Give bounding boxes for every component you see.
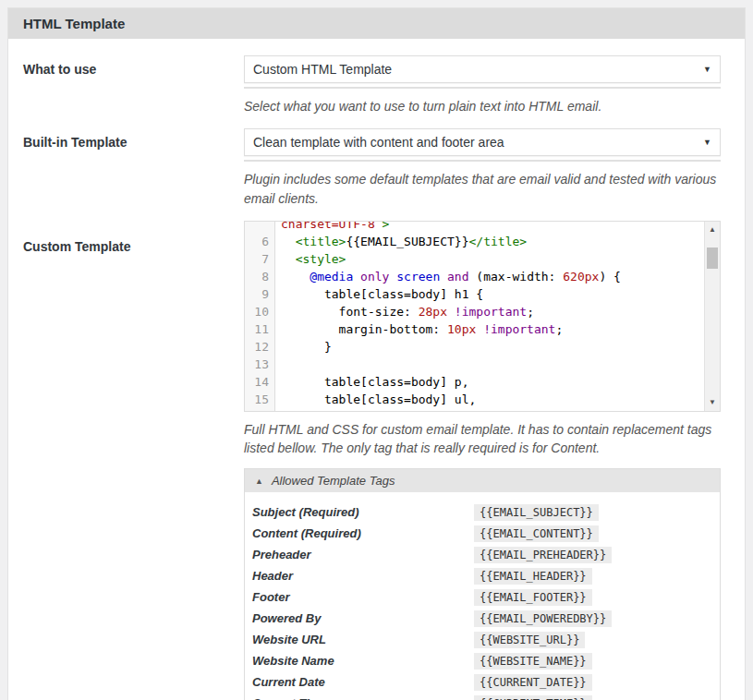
template-tag-code: {{CURRENT_TIME}} [474, 695, 592, 700]
builtin-template-select[interactable]: Clean template with content and footer a… [244, 128, 721, 156]
builtin-template-label: Built-in Template [23, 128, 244, 208]
template-tag-row: Footer{{EMAIL_FOOTER}} [252, 586, 712, 608]
template-tag-row: Current Date{{CURRENT_DATE}} [252, 671, 712, 693]
code-line: 11 margin-bottom: 10px !important; [245, 320, 720, 338]
line-number: 9 [245, 285, 275, 303]
line-number: 16 [245, 408, 275, 412]
template-tag-label: Current Time [252, 696, 474, 700]
custom-template-label: Custom Template [23, 221, 244, 700]
line-number: 10 [245, 303, 275, 320]
template-tag-code: {{EMAIL_PREHEADER}} [474, 547, 612, 563]
template-tag-code: {{EMAIL_SUBJECT}} [474, 504, 599, 521]
code-line: 10 font-size: 28px !important; [245, 303, 720, 320]
code-text: } [275, 338, 332, 356]
code-line: 16 table[class=body] ol, [245, 408, 720, 412]
select-underline [244, 87, 721, 89]
template-tag-row: Content (Required){{EMAIL_CONTENT}} [252, 523, 712, 544]
collapse-icon: ▲ [255, 477, 263, 486]
template-tag-code: {{EMAIL_CONTENT}} [474, 525, 599, 542]
what-to-use-label: What to use [23, 55, 244, 115]
custom-template-code-editor[interactable]: charset=UTF-8 >6 <title>{{EMAIL_SUBJECT}… [244, 221, 721, 412]
code-text: table[class=body] ul, [275, 391, 476, 408]
editor-vertical-scrollbar[interactable]: ▲ ▼ [704, 222, 720, 411]
template-tag-code: {{WEBSITE_URL}} [474, 632, 585, 648]
code-text: <title>{{EMAIL_SUBJECT}}</title> [275, 233, 527, 250]
code-text: table[class=body] p, [275, 373, 469, 391]
template-tag-row: Website URL{{WEBSITE_URL}} [252, 629, 712, 650]
template-tag-row: Current Time{{CURRENT_TIME}} [252, 693, 712, 700]
line-number: 6 [245, 233, 275, 250]
code-text: @media only screen and (max-width: 620px… [275, 268, 621, 285]
html-template-settings-panel: HTML Template What to use Custom HTML Te… [7, 7, 746, 700]
custom-template-description: Full HTML and CSS for custom email templ… [244, 420, 721, 458]
template-tag-label: Powered By [252, 611, 474, 625]
scroll-down-icon[interactable]: ▼ [705, 395, 720, 410]
line-number: 12 [245, 338, 275, 356]
dropdown-arrow-icon: ▼ [703, 65, 711, 74]
template-tag-code: {{WEBSITE_NAME}} [474, 653, 592, 670]
code-line: 6 <title>{{EMAIL_SUBJECT}}</title> [245, 233, 720, 250]
template-tag-label: Website Name [252, 654, 474, 668]
what-to-use-selected-value: Custom HTML Template [253, 62, 392, 77]
code-line: 14 table[class=body] p, [245, 373, 720, 391]
template-tag-row: Header{{EMAIL_HEADER}} [252, 565, 712, 586]
panel-title: HTML Template [8, 8, 745, 39]
code-text [275, 356, 281, 373]
scrollbar-thumb[interactable] [707, 247, 718, 269]
allowed-template-tags-header[interactable]: ▲ Allowed Template Tags [245, 469, 720, 492]
scroll-up-icon[interactable]: ▲ [705, 223, 720, 237]
code-lines: charset=UTF-8 >6 <title>{{EMAIL_SUBJECT}… [245, 221, 720, 412]
allowed-template-tags-title: Allowed Template Tags [272, 474, 395, 488]
code-text: charset=UTF-8 > [275, 221, 389, 233]
code-text: table[class=body] h1 { [275, 285, 483, 303]
template-tag-code: {{EMAIL_POWEREDBY}} [474, 610, 612, 627]
code-line: 15 table[class=body] ul, [245, 391, 720, 408]
code-line: 13 [245, 356, 720, 373]
line-number: 14 [245, 373, 275, 391]
code-text: font-size: 28px !important; [275, 303, 534, 320]
form-row-custom-template: Custom Template charset=UTF-8 >6 <title>… [23, 221, 730, 700]
template-tag-label: Preheader [252, 548, 474, 561]
code-line: 9 table[class=body] h1 { [245, 285, 720, 303]
template-tag-label: Content (Required) [252, 526, 474, 540]
line-number: 15 [245, 391, 275, 408]
template-tag-label: Website URL [252, 633, 474, 646]
code-text: margin-bottom: 10px !important; [275, 320, 563, 338]
builtin-template-selected-value: Clean template with content and footer a… [253, 135, 504, 150]
line-number [245, 221, 275, 233]
template-tag-label: Current Date [252, 675, 474, 689]
template-tag-row: Preheader{{EMAIL_PREHEADER}} [252, 544, 712, 565]
template-tag-label: Footer [252, 590, 474, 604]
code-text: <style> [275, 250, 346, 268]
template-tag-label: Header [252, 569, 474, 583]
template-tag-code: {{EMAIL_HEADER}} [474, 568, 592, 585]
line-number: 13 [245, 356, 275, 373]
allowed-template-tags-panel: ▲ Allowed Template Tags Subject (Require… [244, 468, 721, 700]
form-row-builtin-template: Built-in Template Clean template with co… [23, 128, 730, 208]
template-tag-row: Subject (Required){{EMAIL_SUBJECT}} [252, 501, 712, 523]
what-to-use-select[interactable]: Custom HTML Template ▼ [244, 55, 721, 83]
code-line: 8 @media only screen and (max-width: 620… [245, 268, 720, 285]
code-line: 7 <style> [245, 250, 720, 268]
builtin-template-description: Plugin includes some default templates t… [244, 170, 721, 208]
code-line: 12 } [245, 338, 720, 356]
dropdown-arrow-icon: ▼ [703, 138, 711, 147]
template-tag-row: Powered By{{EMAIL_POWEREDBY}} [252, 608, 712, 629]
code-line: charset=UTF-8 > [245, 221, 720, 233]
line-number: 8 [245, 268, 275, 285]
code-text: table[class=body] ol, [275, 408, 476, 412]
what-to-use-description: Select what you want to use to turn plai… [244, 97, 721, 115]
template-tag-code: {{EMAIL_FOOTER}} [474, 589, 592, 606]
line-number: 11 [245, 320, 275, 338]
select-underline [244, 160, 721, 162]
template-tag-code: {{CURRENT_DATE}} [474, 674, 592, 691]
form-row-what-to-use: What to use Custom HTML Template ▼ Selec… [23, 55, 730, 115]
line-number: 7 [245, 250, 275, 268]
allowed-template-tags-body: Subject (Required){{EMAIL_SUBJECT}}Conte… [245, 492, 720, 700]
template-tag-label: Subject (Required) [252, 505, 474, 519]
panel-body: What to use Custom HTML Template ▼ Selec… [8, 39, 745, 700]
template-tag-row: Website Name{{WEBSITE_NAME}} [252, 650, 712, 671]
